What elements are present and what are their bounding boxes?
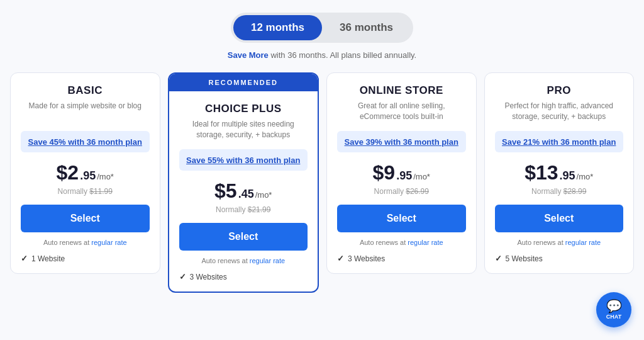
plan-name-basic: BASIC [68, 84, 103, 97]
auto-renew-pro: Auto renews at regular rate [517, 239, 601, 246]
checkmark-icon-choice-plus: ✓ [179, 272, 186, 281]
checkmark-icon-basic: ✓ [21, 254, 28, 263]
toggle-12-months[interactable]: 12 months [233, 15, 322, 40]
price-mo-online-store: /mo* [413, 172, 430, 181]
save-badge-online-store: Save 39% with 36 month plan [337, 131, 466, 152]
feature-online-store: ✓ 3 Websites [327, 250, 476, 263]
price-cents-pro: .95 [560, 169, 575, 183]
select-button-choice-plus[interactable]: Select [179, 223, 308, 251]
regular-rate-link-online-store[interactable]: regular rate [408, 239, 443, 246]
price-dollar-online-store: $9 [373, 161, 396, 184]
plan-name-choice-plus: CHOICE PLUS [205, 103, 282, 115]
save-more-line: Save More with 36 months. All plans bill… [228, 50, 416, 60]
plan-desc-online-store: Great for all online selling, eCommerce … [337, 101, 466, 123]
save-badge-link-choice-plus[interactable]: Save 55% with 36 month plan [186, 156, 300, 165]
card-body-basic: BASIC Made for a simple website or blog … [11, 73, 160, 250]
regular-rate-link-pro[interactable]: regular rate [565, 239, 601, 246]
price-mo-choice-plus: /mo* [255, 190, 272, 200]
price-dollar-basic: $2 [57, 161, 79, 184]
price-mo-pro: /mo* [577, 172, 594, 181]
price-dollar-choice-plus: $5 [214, 179, 237, 203]
auto-renew-basic: Auto renews at regular rate [43, 239, 127, 246]
chat-button[interactable]: 💬 CHAT [596, 292, 631, 327]
feature-basic: ✓ 1 Website [11, 250, 160, 263]
select-button-online-store[interactable]: Select [337, 205, 466, 232]
save-badge-link-basic[interactable]: Save 45% with 36 month plan [28, 137, 142, 147]
chat-label: CHAT [606, 314, 621, 320]
price-row-pro: $13 .95 /mo* [525, 161, 593, 184]
price-mo-basic: /mo* [97, 172, 114, 181]
checkmark-icon-online-store: ✓ [337, 254, 344, 263]
plans-container: BASIC Made for a simple website or blog … [10, 72, 634, 293]
save-badge-link-pro[interactable]: Save 21% with 36 month plan [502, 137, 616, 147]
feature-text-choice-plus: 3 Websites [190, 273, 227, 281]
toggle-36-months[interactable]: 36 months [322, 15, 411, 40]
auto-renew-choice-plus: Auto renews at regular rate [201, 257, 285, 264]
price-cents-choice-plus: .45 [238, 188, 254, 201]
normal-price-choice-plus: Normally $21.99 [216, 205, 270, 214]
feature-choice-plus: ✓ 3 Websites [169, 268, 318, 281]
card-body-choice-plus: CHOICE PLUS Ideal for multiple sites nee… [169, 91, 318, 268]
card-body-pro: PRO Perfect for high traffic, advanced s… [485, 73, 634, 250]
price-row-online-store: $9 .95 /mo* [373, 161, 430, 184]
save-badge-choice-plus: Save 55% with 36 month plan [179, 149, 308, 171]
plan-card-choice-plus: RECOMMENDED CHOICE PLUS Ideal for multip… [168, 72, 319, 293]
plan-name-online-store: ONLINE STORE [360, 84, 443, 97]
select-button-pro[interactable]: Select [495, 205, 624, 232]
regular-rate-link-choice-plus[interactable]: regular rate [250, 257, 285, 264]
plan-card-pro: PRO Perfect for high traffic, advanced s… [484, 72, 635, 274]
save-badge-basic: Save 45% with 36 month plan [21, 131, 150, 152]
plan-card-basic: BASIC Made for a simple website or blog … [10, 72, 160, 274]
recommended-badge: RECOMMENDED [169, 74, 318, 91]
plan-desc-pro: Perfect for high traffic, advanced stora… [495, 101, 624, 123]
plan-name-pro: PRO [547, 84, 571, 97]
card-body-online-store: ONLINE STORE Great for all online sellin… [327, 73, 476, 250]
price-row-basic: $2 .95 /mo* [57, 161, 114, 184]
plan-card-online-store: ONLINE STORE Great for all online sellin… [326, 72, 477, 274]
price-cents-online-store: .95 [396, 169, 412, 183]
plan-desc-choice-plus: Ideal for multiple sites needing storage… [179, 119, 308, 142]
plan-desc-basic: Made for a simple website or blog [29, 101, 142, 123]
price-row-choice-plus: $5 .45 /mo* [214, 179, 272, 203]
feature-text-pro: 5 Websites [506, 254, 543, 263]
chat-icon: 💬 [606, 300, 622, 312]
normal-price-online-store: Normally $26.99 [374, 187, 429, 196]
checkmark-icon-pro: ✓ [495, 254, 502, 263]
save-more-link[interactable]: Save More [228, 50, 269, 60]
price-dollar-pro: $13 [525, 161, 558, 184]
save-badge-pro: Save 21% with 36 month plan [495, 131, 624, 152]
price-cents-basic: .95 [80, 169, 96, 183]
billing-toggle[interactable]: 12 months 36 months [231, 13, 413, 43]
regular-rate-link-basic[interactable]: regular rate [91, 239, 126, 246]
normal-price-pro: Normally $28.99 [531, 187, 586, 196]
select-button-basic[interactable]: Select [21, 205, 150, 232]
feature-text-basic: 1 Website [31, 254, 65, 263]
feature-text-online-store: 3 Websites [348, 254, 385, 263]
normal-price-basic: Normally $11.99 [58, 187, 113, 196]
save-badge-link-online-store[interactable]: Save 39% with 36 month plan [345, 137, 458, 147]
feature-pro: ✓ 5 Websites [485, 250, 634, 263]
auto-renew-online-store: Auto renews at regular rate [360, 239, 443, 246]
